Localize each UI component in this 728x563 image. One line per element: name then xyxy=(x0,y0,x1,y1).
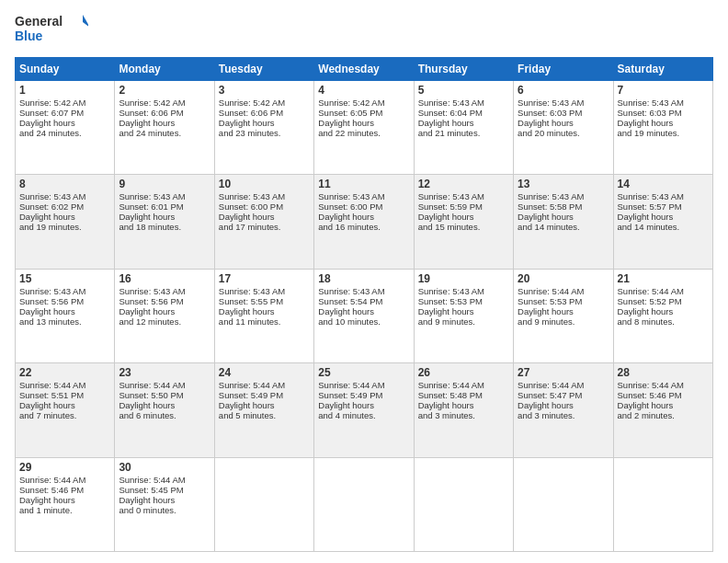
empty-cell xyxy=(314,457,414,551)
day-cell-4: 4Sunrise: 5:42 AMSunset: 6:05 PMDaylight… xyxy=(314,81,414,175)
day-cell-25: 25Sunrise: 5:44 AMSunset: 5:49 PMDayligh… xyxy=(314,363,414,457)
day-header-monday: Monday xyxy=(115,58,214,81)
logo: General Blue xyxy=(15,11,88,50)
day-cell-6: 6Sunrise: 5:43 AMSunset: 6:03 PMDaylight… xyxy=(514,81,613,175)
calendar-row: 1Sunrise: 5:42 AMSunset: 6:07 PMDaylight… xyxy=(16,81,713,175)
day-cell-15: 15Sunrise: 5:43 AMSunset: 5:56 PMDayligh… xyxy=(16,269,115,362)
day-header-saturday: Saturday xyxy=(613,58,712,81)
day-header-friday: Friday xyxy=(514,58,613,81)
day-cell-8: 8Sunrise: 5:43 AMSunset: 6:02 PMDaylight… xyxy=(16,175,115,269)
svg-marker-2 xyxy=(83,15,88,28)
empty-cell xyxy=(514,457,613,551)
day-cell-12: 12Sunrise: 5:43 AMSunset: 5:59 PMDayligh… xyxy=(414,175,513,269)
day-cell-5: 5Sunrise: 5:43 AMSunset: 6:04 PMDaylight… xyxy=(414,81,513,175)
calendar-row: 22Sunrise: 5:44 AMSunset: 5:51 PMDayligh… xyxy=(16,363,713,457)
day-header-wednesday: Wednesday xyxy=(314,58,414,81)
day-cell-24: 24Sunrise: 5:44 AMSunset: 5:49 PMDayligh… xyxy=(214,363,313,457)
day-cell-29: 29Sunrise: 5:44 AMSunset: 5:46 PMDayligh… xyxy=(16,457,115,551)
day-cell-7: 7Sunrise: 5:43 AMSunset: 6:03 PMDaylight… xyxy=(613,81,712,175)
day-cell-22: 22Sunrise: 5:44 AMSunset: 5:51 PMDayligh… xyxy=(16,363,115,457)
calendar: SundayMondayTuesdayWednesdayThursdayFrid… xyxy=(15,57,713,552)
day-cell-27: 27Sunrise: 5:44 AMSunset: 5:47 PMDayligh… xyxy=(514,363,613,457)
calendar-body: 1Sunrise: 5:42 AMSunset: 6:07 PMDaylight… xyxy=(16,81,713,552)
calendar-row: 15Sunrise: 5:43 AMSunset: 5:56 PMDayligh… xyxy=(16,269,713,362)
calendar-row: 8Sunrise: 5:43 AMSunset: 6:02 PMDaylight… xyxy=(16,175,713,269)
day-cell-10: 10Sunrise: 5:43 AMSunset: 6:00 PMDayligh… xyxy=(214,175,313,269)
empty-cell xyxy=(613,457,712,551)
day-cell-18: 18Sunrise: 5:43 AMSunset: 5:54 PMDayligh… xyxy=(314,269,414,362)
day-cell-11: 11Sunrise: 5:43 AMSunset: 6:00 PMDayligh… xyxy=(314,175,414,269)
calendar-header-row: SundayMondayTuesdayWednesdayThursdayFrid… xyxy=(16,58,713,81)
day-cell-20: 20Sunrise: 5:44 AMSunset: 5:53 PMDayligh… xyxy=(514,269,613,362)
day-cell-9: 9Sunrise: 5:43 AMSunset: 6:01 PMDaylight… xyxy=(115,175,214,269)
day-cell-14: 14Sunrise: 5:43 AMSunset: 5:57 PMDayligh… xyxy=(613,175,712,269)
day-cell-2: 2Sunrise: 5:42 AMSunset: 6:06 PMDaylight… xyxy=(115,81,214,175)
day-cell-16: 16Sunrise: 5:43 AMSunset: 5:56 PMDayligh… xyxy=(115,269,214,362)
day-header-sunday: Sunday xyxy=(16,58,115,81)
day-header-tuesday: Tuesday xyxy=(214,58,313,81)
empty-cell xyxy=(214,457,313,551)
svg-text:General: General xyxy=(15,14,63,29)
calendar-row: 29Sunrise: 5:44 AMSunset: 5:46 PMDayligh… xyxy=(16,457,713,551)
empty-cell xyxy=(414,457,513,551)
day-cell-21: 21Sunrise: 5:44 AMSunset: 5:52 PMDayligh… xyxy=(613,269,712,362)
logo-svg: General Blue xyxy=(15,11,88,50)
day-cell-13: 13Sunrise: 5:43 AMSunset: 5:58 PMDayligh… xyxy=(514,175,613,269)
day-header-thursday: Thursday xyxy=(414,58,513,81)
day-cell-30: 30Sunrise: 5:44 AMSunset: 5:45 PMDayligh… xyxy=(115,457,214,551)
day-cell-17: 17Sunrise: 5:43 AMSunset: 5:55 PMDayligh… xyxy=(214,269,313,362)
svg-text:Blue: Blue xyxy=(15,29,43,43)
day-cell-3: 3Sunrise: 5:42 AMSunset: 6:06 PMDaylight… xyxy=(214,81,313,175)
day-cell-19: 19Sunrise: 5:43 AMSunset: 5:53 PMDayligh… xyxy=(414,269,513,362)
day-cell-23: 23Sunrise: 5:44 AMSunset: 5:50 PMDayligh… xyxy=(115,363,214,457)
header: General Blue xyxy=(15,11,713,50)
page: General Blue SundayMondayTuesdayWednesda… xyxy=(0,0,728,563)
day-cell-1: 1Sunrise: 5:42 AMSunset: 6:07 PMDaylight… xyxy=(16,81,115,175)
day-cell-28: 28Sunrise: 5:44 AMSunset: 5:46 PMDayligh… xyxy=(613,363,712,457)
day-cell-26: 26Sunrise: 5:44 AMSunset: 5:48 PMDayligh… xyxy=(414,363,513,457)
